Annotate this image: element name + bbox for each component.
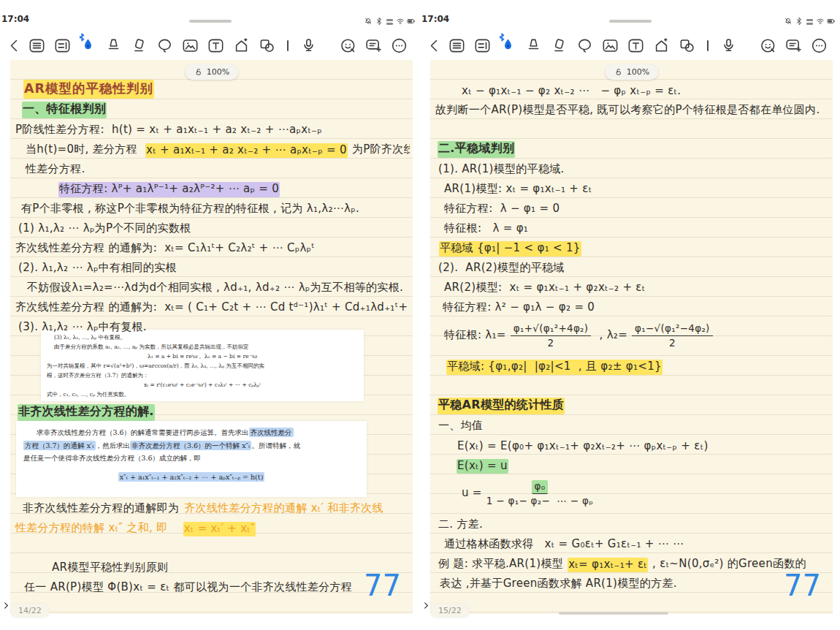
section-heading: 一、特征根判别 (15, 99, 410, 118)
handwritten-line: (2). λ₁,λ₂ ⋯ λₚ中有相同的实根 (15, 257, 410, 276)
pasted-textbook-snippet-2[interactable]: 求非齐次线性差分方程（3.6）的解通常需要进行两步运算。首先求出齐次线性差分方程… (16, 421, 367, 497)
notebook-page[interactable]: 100% AR模型的平稳性判别一、特征根判别P阶线性差分方程: h(t) = x… (10, 60, 413, 614)
page-indicator[interactable]: 14/22 (11, 604, 49, 618)
handwritten-line: (1) λ₁,λ₂ ⋯ λₚ为P个不同的实数根 (15, 217, 410, 237)
mute-bell-icon (784, 15, 793, 29)
eraser-icon[interactable] (547, 34, 571, 57)
thumbnails-icon[interactable] (445, 34, 469, 57)
print-line: 式中，c₁, c₂, …, cₚ 为任意实数。 (47, 390, 358, 399)
handwritten-line: 表达 ,并基于Green函数求解 AR(1)模型的方差. (435, 572, 830, 592)
handwritten-line: 特征方程: λ² − φ₁λ − φ₂ = 0 (435, 296, 830, 316)
page-number: 77 (784, 569, 821, 602)
window-drag-handle[interactable] (189, 20, 232, 23)
handwritten-line: 齐次线性差分方程 的通解为: xₜ= C₁λ₁ᵗ+ C₂λ₂ᵗ + ⋯ Cₚλₚ… (15, 237, 410, 257)
print-line: 求非齐次线性差分方程（3.6）的解通常需要进行两步运算。首先求出齐次线性差分 (23, 426, 359, 439)
sticker-icon[interactable] (336, 34, 360, 57)
zoom-value: 100% (207, 67, 229, 77)
status-icons (364, 15, 416, 29)
image-icon[interactable] (598, 34, 622, 57)
handwritten-line: 不妨假设λ₁=λ₂=⋯λd为d个相同实根 , λd₊₁, λd₊₂ ⋯ λₚ为互… (15, 276, 410, 296)
audio-record-icon[interactable] (717, 34, 741, 57)
handwritten-line: AR模型平稳性判别原则 (15, 556, 410, 576)
shapes-icon[interactable] (675, 34, 699, 57)
text-icon[interactable] (624, 34, 648, 57)
comment-add-icon[interactable] (782, 34, 806, 57)
comment-add-icon[interactable] (362, 34, 386, 57)
print-line: λ₁ = a + bi = reⁱω , λ₂ = a − bi = re⁻ⁱω (47, 352, 358, 361)
status-icons (784, 15, 836, 29)
clock: 17:04 (421, 14, 449, 24)
audio-record-icon[interactable] (297, 34, 321, 57)
print-line: 方程（3.7）的通解 x′ₜ，然后求出非齐次差分方程（3.6）的一个特解 x″ₜ… (23, 439, 359, 452)
handwritten-line: 通过格林函数求得 xₜ = G₀εₜ+ G₁εₜ₋₁ + ⋯ ⋯ (435, 533, 830, 553)
horizontal-scrollbar[interactable] (559, 612, 668, 615)
handwritten-line: 有P个非零根 , 称这P个非零根为特征方程的特征根 , 记为 λ₁,λ₂⋯λₚ. (15, 197, 410, 217)
zoom-indicator[interactable]: 100% (605, 64, 658, 80)
handwritten-line: E(xₜ) = E(φ₀+ φ₁xₜ₋₁+ φ₂xₜ₋₂+ ⋯ φₚxₜ₋ₚ +… (435, 434, 830, 454)
network-speed-icon (806, 19, 814, 25)
pen-icon[interactable] (496, 34, 520, 57)
bluetooth-icon (375, 15, 383, 29)
sticker-icon[interactable] (756, 34, 780, 57)
handwritten-line (435, 375, 830, 395)
section-heading: 非齐次线性差分方程的解. (15, 401, 410, 421)
handwritten-line: 当h(t)=0时, 差分方程 xₜ + a₁xₜ₋₁ + a₂ xₜ₋₂ + ⋯… (15, 138, 410, 158)
expand-sidebar-chevron[interactable] (2, 601, 10, 610)
pasted-textbook-snippet-1[interactable]: (3) λ₁, λ₂, …, λₚ 中有复根。由于差分方程的系数 a₁, a₂,… (41, 330, 364, 401)
handwritten-line: (1). AR(1)模型的平稳域. (435, 158, 830, 178)
pen-icon[interactable] (76, 34, 100, 57)
section-heading: 二.平稳域判别 (435, 138, 830, 158)
handwritten-line (435, 118, 830, 138)
window-drag-handle[interactable] (609, 20, 652, 23)
handwritten-line: 一、均值 (435, 414, 830, 434)
shape-wand-icon[interactable] (229, 34, 253, 57)
handwritten-line (15, 536, 410, 556)
outline-icon[interactable] (50, 34, 75, 57)
handwritten-line: 例 题: 求平稳.AR(1)模型 xₜ= φ₁xₜ₋₁+ εₜ , εₜ~N(0… (435, 553, 830, 572)
handwritten-line: 特征根: λ₁= φ₁+√(φ₁²+4φ₂)2 , λ₂= φ₁−√(φ₁²−4… (435, 316, 830, 355)
more-icon[interactable] (807, 34, 831, 57)
toolbar (420, 31, 840, 60)
image-icon[interactable] (178, 34, 202, 57)
page-number: 77 (364, 569, 401, 602)
zoom-indicator[interactable]: 100% (185, 64, 238, 80)
thumbnails-icon[interactable] (25, 34, 49, 57)
battery-icon (407, 15, 416, 29)
back-icon[interactable] (426, 34, 443, 57)
section-heading: 平稳AR模型的统计性质 (435, 395, 830, 414)
expand-sidebar-chevron[interactable] (422, 601, 430, 610)
print-line: x″ₜ + a₁x″ₜ₋₁ + a₂x″ₜ₋₂ + ⋯ + aₚx″ₜ₋ₚ = … (23, 471, 359, 484)
zoom-value: 100% (627, 67, 649, 77)
handwritten-line: 特征方程: λ − φ₁ = 0 (435, 197, 830, 217)
outline-icon[interactable] (470, 34, 495, 57)
note-window-right: 17:04 100% xₜ − φ₁xₜ₋₁ − φ₂ xₜ₋₂ ⋯ − φₚ … (420, 0, 840, 630)
shape-wand-icon[interactable] (649, 34, 673, 57)
note-window-left: 17:04 100% AR模型的平稳性判别一、特征根判别P阶线性差分方程: h(… (0, 0, 420, 630)
split-screen: 17:04 100% AR模型的平稳性判别一、特征根判别P阶线性差分方程: h(… (0, 0, 840, 630)
toolbar-divider (287, 40, 289, 51)
page-indicator[interactable]: 15/22 (431, 604, 469, 618)
notebook-page[interactable]: 100% xₜ − φ₁xₜ₋₁ − φ₂ xₜ₋₂ ⋯ − φₚ xₜ₋ₚ =… (430, 60, 833, 614)
shapes-icon[interactable] (255, 34, 279, 57)
handwritten-line: P阶线性差分方程: h(t) = xₜ + a₁xₜ₋₁ + a₂ xₜ₋₂ +… (15, 118, 410, 138)
handwritten-line: 特征根: λ = φ₁ (435, 217, 830, 237)
network-speed-icon (386, 19, 394, 25)
text-icon[interactable] (204, 34, 228, 57)
eraser-icon[interactable] (127, 34, 151, 57)
status-bar: 17:04 (0, 0, 420, 31)
bluetooth-icon (795, 15, 803, 29)
more-icon[interactable] (387, 34, 411, 57)
marker-icon[interactable] (522, 34, 546, 57)
handwritten-notes: AR模型的平稳性判别一、特征根判别P阶线性差分方程: h(t) = xₜ + a… (15, 79, 410, 614)
handwritten-line: 齐次线性差分方程 的通解为: xₜ= ( C₁+ C₂t + ⋯ Cd tᵈ⁻¹… (15, 296, 410, 316)
unlock-icon (194, 67, 203, 77)
back-icon[interactable] (6, 34, 23, 57)
handwritten-line: (2). AR(2)模型的平稳域 (435, 257, 830, 276)
marker-icon[interactable] (102, 34, 126, 57)
handwritten-line: 任一 AR(P)模型 Φ(B)xₜ = εₜ 都可以视为一个非齐次线性差分方程 (15, 576, 410, 596)
wifi-icon (396, 15, 405, 29)
wifi-icon (816, 15, 825, 29)
lasso-icon[interactable] (573, 34, 597, 57)
lasso-icon[interactable] (153, 34, 177, 57)
print-line: (3) λ₁, λ₂, …, λₚ 中有复根。 (47, 333, 358, 342)
